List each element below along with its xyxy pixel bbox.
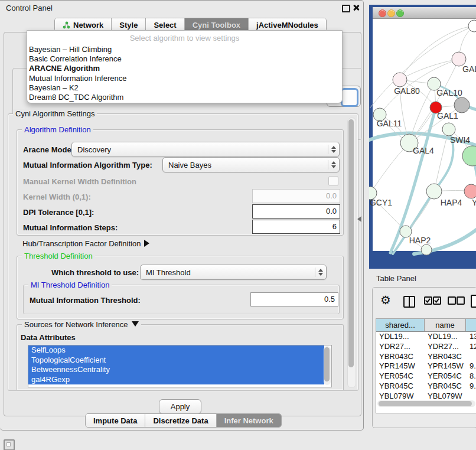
network-node-y[interactable] — [464, 184, 476, 198]
table-row[interactable]: YBL079WYBL079W — [376, 392, 476, 399]
table-row[interactable]: YBR045CYBR045C9. — [376, 381, 476, 392]
tab-style[interactable]: Style — [112, 18, 146, 31]
settings-scrollbar-thumb[interactable] — [348, 119, 354, 367]
zoom-traffic-light[interactable] — [396, 9, 404, 17]
tab-infer-network[interactable]: Infer Network — [217, 414, 281, 427]
tab-select[interactable]: Select — [146, 18, 184, 31]
network-node[interactable] — [462, 146, 476, 166]
network-edge[interactable] — [370, 143, 409, 193]
network-node-label: GAL11 — [377, 119, 402, 128]
table-rows-container: YDL19...YDL19...13YDR27...YDR27...12YBR0… — [376, 332, 476, 399]
table-cell: YBR045C — [379, 381, 423, 392]
mi-threshold-label: Mutual Information Threshold: — [30, 296, 141, 305]
which-threshold-combo[interactable]: MI Threshold — [140, 265, 327, 280]
column-header-shared-name[interactable]: shared... — [376, 319, 425, 332]
table-row[interactable]: YBR043CYBR043C — [376, 352, 476, 362]
close-icon[interactable] — [353, 4, 359, 11]
select-all-checkbox-icon2[interactable] — [433, 296, 441, 305]
data-attribute-item[interactable]: BetweennessCentrality — [28, 365, 324, 375]
settings-group-title: Cyni Algorithm Settings — [13, 109, 97, 118]
dropdown-item[interactable]: Bayesian – Hill Climbing — [27, 45, 342, 54]
dropdown-item[interactable]: ARACNE Algorithm — [27, 64, 342, 73]
table-row[interactable]: YPR145WYPR145W9. — [376, 361, 476, 371]
mini-panel-icon[interactable] — [4, 439, 15, 450]
close-traffic-light[interactable] — [379, 9, 386, 17]
minimize-traffic-light[interactable] — [387, 9, 395, 17]
table-cell: YER054C — [379, 371, 423, 381]
dropdown-item[interactable]: Basic Correlation Inference — [27, 54, 342, 64]
bottom-tabs: Impute Data Discretize Data Infer Networ… — [85, 413, 282, 428]
mini-panel-icon-inner — [6, 442, 11, 446]
network-view-window[interactable]: GALGAL80GAL10GAL1GAL11GAL4SWI4GCY1HAP4YH… — [369, 5, 476, 269]
tab-network[interactable]: Network — [55, 18, 112, 31]
columns-icon[interactable] — [403, 296, 415, 308]
dropdown-item[interactable]: Bayesian – K2 — [27, 83, 342, 93]
network-node-label: GCY1 — [370, 198, 392, 207]
threshold-definition-group: Threshold Definition Which threshold to … — [17, 256, 344, 319]
mi-algorithm-type-combo[interactable]: Naive Bayes — [162, 157, 340, 172]
tab-cyni-toolbox[interactable]: Cyni Toolbox — [185, 18, 249, 31]
network-node-label: GAL — [462, 64, 476, 74]
combo-arrow-button[interactable] — [341, 88, 358, 107]
kernel-width-field[interactable]: 0.0 — [252, 189, 340, 203]
table-cell: 13 — [470, 332, 476, 342]
table-cell: YBL079W — [428, 392, 464, 399]
aracne-mode-combo[interactable]: Discovery — [71, 142, 340, 157]
table-cell: YDR27... — [379, 342, 423, 352]
splitter-collapse-icon[interactable] — [357, 216, 361, 222]
algorithm-definition-title: Algorithm Definition — [22, 125, 93, 134]
threshold-definition-title: Threshold Definition — [22, 252, 95, 260]
select-all-checkbox-icon[interactable] — [424, 296, 432, 305]
mi-threshold-field[interactable]: 0.5 — [250, 292, 338, 306]
stepper-arrows-icon — [328, 160, 339, 169]
document-icon[interactable] — [471, 295, 476, 308]
network-canvas[interactable]: GALGAL80GAL10GAL1GAL11GAL4SWI4GCY1HAP4YH… — [373, 19, 476, 251]
attr-list-scrollbar-thumb[interactable] — [324, 347, 330, 381]
attr-list-scrollbar[interactable] — [324, 346, 331, 385]
apply-button[interactable]: Apply — [159, 399, 201, 414]
table-row[interactable]: YDR27...YDR27...12 — [376, 342, 476, 352]
hub-section-toggle[interactable]: Hub/Transcription Factor Definition — [22, 239, 149, 248]
dropdown-prompt: Select algorithm to view settings — [27, 31, 342, 45]
data-attribute-item[interactable]: gal4RGexp — [28, 375, 324, 385]
table-cell: 9. — [470, 361, 476, 371]
tab-impute-data[interactable]: Impute Data — [86, 414, 145, 427]
node-table: shared... name YDL19...YDL19...13YDR27..… — [376, 318, 476, 413]
gear-icon[interactable]: ⚙ — [380, 293, 391, 307]
network-node-gal80[interactable] — [393, 73, 407, 87]
table-hscrollbar[interactable] — [377, 400, 475, 407]
network-node-hap4[interactable] — [426, 184, 442, 199]
dpi-tolerance-label: DPI Tolerance [0,1]: — [23, 208, 94, 217]
data-attributes-list[interactable]: SelfLoopsTopologicalCoefficientBetweenne… — [28, 345, 332, 387]
control-panel-title: Control Panel — [6, 4, 53, 12]
table-cell: YER054C — [428, 371, 464, 381]
mi-steps-field[interactable]: 6 — [252, 220, 340, 234]
column-header-name[interactable]: name — [425, 319, 466, 332]
dropdown-item[interactable]: Dream8 DC_TDC Algorithm — [27, 93, 342, 102]
dpi-tolerance-field[interactable]: 0.0 — [252, 204, 340, 219]
network-node-label: HAP4 — [441, 198, 462, 207]
deselect-all-checkbox-icon[interactable] — [448, 296, 456, 305]
network-node-label: Y — [472, 198, 476, 207]
network-node-label: GAL10 — [436, 88, 462, 97]
table-hscrollbar-thumb[interactable] — [379, 401, 472, 406]
data-attribute-item[interactable]: SelfLoops — [28, 345, 324, 356]
chevron-down-icon — [132, 321, 139, 327]
network-window-titlebar[interactable] — [373, 7, 476, 19]
table-row[interactable]: YDL19...YDL19...13 — [376, 332, 476, 342]
deselect-all-checkbox-icon2[interactable] — [457, 296, 465, 305]
settings-scrollbar[interactable] — [347, 118, 356, 388]
column-header-partial[interactable] — [466, 319, 476, 332]
tab-discretize-data[interactable]: Discretize Data — [145, 414, 216, 427]
network-node-swi4[interactable] — [442, 123, 455, 136]
chevron-right-icon — [144, 240, 149, 247]
dropdown-item[interactable]: Mutual Information Inference — [27, 74, 342, 83]
network-node[interactable] — [421, 244, 432, 255]
tab-jactivemnodules[interactable]: jActiveMNodules — [249, 18, 326, 31]
which-threshold-value: MI Threshold — [141, 268, 315, 277]
data-attribute-item[interactable]: TopologicalCoefficient — [28, 356, 324, 366]
sources-group-title[interactable]: Sources for Network Inference — [22, 320, 141, 329]
float-panel-icon[interactable] — [342, 5, 350, 12]
manual-kernel-width-checkbox[interactable] — [328, 176, 338, 186]
table-row[interactable]: YER054CYER054C8. — [376, 371, 476, 381]
